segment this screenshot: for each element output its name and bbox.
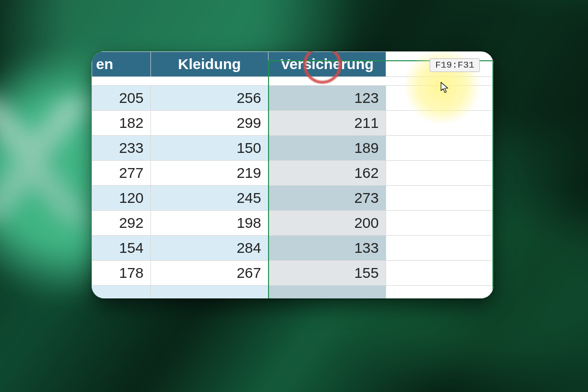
cell-empty[interactable] (386, 136, 494, 161)
cell[interactable]: 123 (269, 86, 386, 111)
cell-empty[interactable] (386, 211, 494, 236)
cell[interactable]: 189 (269, 136, 386, 161)
col-header-1[interactable]: en (92, 52, 151, 77)
spreadsheet-viewport[interactable]: en Kleidung Versicherung 205 256 123 182… (92, 51, 493, 298)
cell[interactable] (151, 286, 269, 299)
table-body: 205 256 123 182 299 211 233 150 189 (92, 86, 494, 299)
cell[interactable]: 162 (269, 161, 386, 186)
cell[interactable]: 150 (151, 136, 269, 161)
cell[interactable] (92, 286, 151, 299)
cell-empty[interactable] (386, 261, 494, 286)
table-row[interactable]: 182 299 211 (92, 111, 494, 136)
table-row[interactable] (92, 286, 494, 299)
cell-empty[interactable] (386, 236, 494, 261)
cell[interactable]: 133 (269, 236, 386, 261)
top-spacer (92, 77, 494, 86)
cell[interactable]: 154 (92, 236, 151, 261)
table-row[interactable]: 178 267 155 (92, 261, 494, 286)
spreadsheet-card: en Kleidung Versicherung 205 256 123 182… (92, 51, 493, 298)
cell[interactable]: 120 (92, 186, 151, 211)
cell-empty[interactable] (386, 86, 494, 111)
cell-empty[interactable] (386, 111, 494, 136)
cell[interactable]: 178 (92, 261, 151, 286)
cell[interactable]: 219 (151, 161, 269, 186)
cell-empty[interactable] (386, 186, 494, 211)
cell[interactable]: 182 (92, 111, 151, 136)
cell-empty[interactable] (386, 286, 494, 299)
table-row[interactable]: 292 198 200 (92, 211, 494, 236)
cell[interactable]: 211 (269, 111, 386, 136)
table-row[interactable]: 154 284 133 (92, 236, 494, 261)
table-row[interactable]: 120 245 273 (92, 186, 494, 211)
cell[interactable]: 292 (92, 211, 151, 236)
range-tooltip: F19:F31 (430, 58, 480, 72)
cell[interactable]: 273 (269, 186, 386, 211)
table-row[interactable]: 277 219 162 (92, 161, 494, 186)
cell[interactable]: 284 (151, 236, 269, 261)
cell[interactable] (269, 286, 386, 299)
cell[interactable]: 277 (92, 161, 151, 186)
data-table[interactable]: en Kleidung Versicherung 205 256 123 182… (92, 51, 493, 298)
col-header-versicherung[interactable]: Versicherung (269, 52, 386, 77)
cell[interactable]: 267 (151, 261, 269, 286)
cell[interactable]: 198 (151, 211, 269, 236)
cell[interactable]: 155 (269, 261, 386, 286)
col-header-kleidung[interactable]: Kleidung (151, 52, 269, 77)
cell[interactable]: 205 (92, 86, 151, 111)
cell[interactable]: 245 (151, 186, 269, 211)
cell[interactable]: 256 (151, 86, 269, 111)
table-row[interactable]: 205 256 123 (92, 86, 494, 111)
cell[interactable]: 200 (269, 211, 386, 236)
cell[interactable]: 233 (92, 136, 151, 161)
cell-empty[interactable] (386, 161, 494, 186)
cell[interactable]: 299 (151, 111, 269, 136)
table-row[interactable]: 233 150 189 (92, 136, 494, 161)
